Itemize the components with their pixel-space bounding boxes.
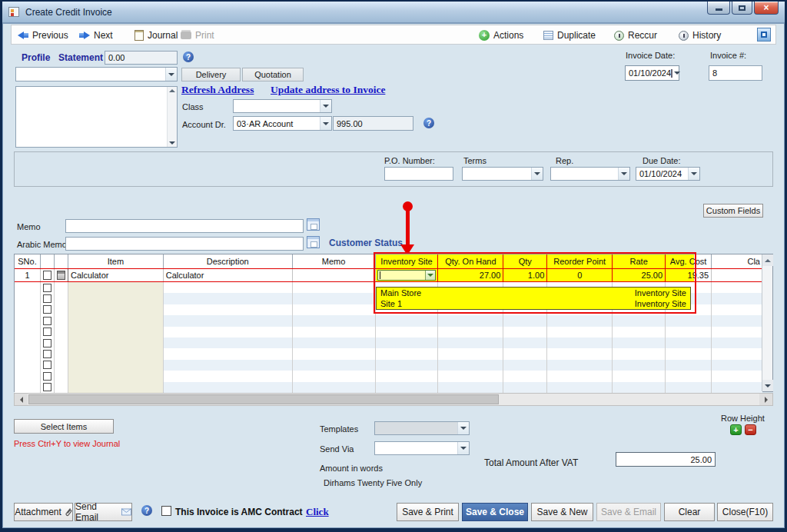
address-textarea[interactable] — [15, 86, 178, 148]
textarea-scrollbar[interactable] — [167, 87, 177, 147]
scroll-up-button[interactable] — [762, 254, 773, 266]
chevron-down-icon[interactable] — [425, 271, 435, 280]
po-number-field[interactable] — [384, 167, 453, 181]
toolbar-reccur-button[interactable]: Reccur — [614, 28, 657, 42]
save-arabic-memo-icon[interactable] — [307, 236, 320, 248]
row-height-increase-button[interactable]: + — [730, 424, 742, 435]
class-combobox[interactable] — [233, 99, 332, 113]
profile-link[interactable]: Profile — [22, 52, 50, 63]
toolbar-actions-button[interactable]: + Actions — [479, 28, 523, 42]
toolbar-history-button[interactable]: History — [679, 28, 721, 42]
chevron-down-icon[interactable] — [688, 168, 699, 180]
arabic-memo-field[interactable] — [65, 237, 304, 251]
column-header-sno[interactable]: SNo. — [15, 254, 41, 268]
row-checkbox[interactable] — [43, 317, 51, 325]
row-checkbox[interactable] — [43, 305, 51, 314]
row-checkbox[interactable] — [43, 383, 51, 391]
dropdown-option-site-1[interactable]: Site 1 Inventory Site — [377, 298, 690, 309]
table-row[interactable] — [15, 371, 762, 381]
row1-description[interactable]: Calculator — [164, 269, 293, 281]
grid-horizontal-scrollbar[interactable] — [14, 393, 773, 406]
scroll-down-icon[interactable] — [169, 141, 175, 145]
close-f10-button[interactable]: Close(F10) — [717, 503, 773, 521]
attachment-button[interactable]: Attachment — [14, 503, 73, 521]
invoice-number-field[interactable]: 8 — [709, 65, 762, 81]
row-checkbox[interactable] — [43, 350, 51, 358]
chevron-down-icon[interactable] — [457, 422, 469, 434]
grid-row-1[interactable]: 1 Calculator Calculator 27.00 1.00 0 25.… — [15, 268, 762, 282]
row-checkbox[interactable] — [43, 361, 51, 369]
amc-contract-checkbox[interactable] — [161, 506, 171, 516]
rep-combobox[interactable] — [550, 167, 630, 181]
save-and-close-button[interactable]: Save & Close — [462, 503, 528, 521]
chevron-down-icon[interactable] — [618, 168, 629, 180]
column-header-memo[interactable]: Memo — [293, 254, 376, 268]
row1-qty-on-hand[interactable]: 27.00 — [438, 269, 503, 281]
memo-field[interactable] — [65, 219, 304, 233]
save-memo-icon[interactable] — [307, 218, 320, 231]
templates-combobox[interactable] — [374, 421, 470, 435]
row1-memo[interactable] — [293, 269, 376, 281]
chevron-down-icon[interactable] — [165, 68, 177, 81]
row1-qty[interactable]: 1.00 — [503, 269, 547, 281]
maximize-button[interactable] — [732, 2, 752, 15]
column-header-icon[interactable] — [55, 254, 68, 268]
minimize-button[interactable] — [707, 2, 730, 15]
select-items-button[interactable]: Select Items — [14, 419, 114, 434]
toolbar-duplicate-button[interactable]: Duplicate — [543, 28, 596, 42]
customer-combobox[interactable] — [15, 67, 178, 81]
column-header-qty-on-hand[interactable]: Qty. On Hand — [438, 254, 503, 268]
row1-inventory-site-cell[interactable] — [376, 269, 439, 281]
row1-avg-cost[interactable]: 19.35 — [666, 269, 712, 281]
update-address-link[interactable]: Update address to Invoice — [271, 84, 385, 96]
chevron-down-icon[interactable] — [320, 100, 331, 112]
chevron-down-icon[interactable] — [674, 71, 680, 75]
row1-item[interactable]: Calculator — [68, 269, 164, 281]
custom-fields-button[interactable]: Custom Fields — [703, 204, 763, 218]
terms-combobox[interactable] — [462, 167, 543, 181]
chevron-down-icon[interactable] — [531, 168, 543, 180]
clear-button[interactable]: Clear — [664, 503, 715, 521]
row1-reorder-point[interactable]: 0 — [547, 269, 613, 281]
row-checkbox[interactable] — [43, 284, 51, 292]
send-email-button[interactable]: Send Email — [75, 503, 132, 521]
refresh-address-link[interactable]: Refresh Address — [181, 84, 254, 96]
toolbar-previous-button[interactable]: Previous — [18, 28, 68, 42]
chevron-down-icon[interactable] — [457, 442, 469, 454]
table-row[interactable] — [15, 327, 762, 337]
column-header-checkbox[interactable] — [41, 254, 55, 268]
column-header-item[interactable]: Item — [68, 254, 164, 268]
table-row[interactable] — [15, 360, 762, 371]
help-icon[interactable]: ? — [183, 52, 194, 62]
column-header-class[interactable]: Cla — [712, 254, 762, 268]
column-header-inventory-site[interactable]: Inventory Site — [376, 254, 439, 268]
inventory-site-combobox[interactable] — [377, 270, 437, 281]
click-link[interactable]: Click — [306, 506, 329, 518]
invoice-date-field[interactable]: 01/10/2024 — [625, 65, 679, 81]
column-header-reorder-point[interactable]: Reorder Point — [547, 254, 613, 268]
row-checkbox[interactable] — [43, 294, 51, 303]
toolbar-next-button[interactable]: Next — [79, 28, 113, 42]
row1-item-icon-cell[interactable] — [55, 269, 68, 281]
statement-link[interactable]: Statement — [58, 52, 103, 63]
delivery-button[interactable]: Delivery — [181, 68, 241, 81]
chevron-down-icon[interactable] — [320, 117, 331, 130]
row-height-decrease-button[interactable]: − — [745, 424, 756, 435]
row-checkbox[interactable] — [43, 372, 51, 381]
help-icon[interactable]: ? — [141, 505, 152, 516]
row-checkbox[interactable] — [43, 328, 51, 336]
column-header-rate[interactable]: Rate — [613, 254, 666, 268]
scroll-down-button[interactable] — [762, 380, 773, 391]
help-icon[interactable]: ? — [423, 118, 434, 128]
row1-rate[interactable]: 25.00 — [613, 269, 666, 281]
expand-window-icon[interactable] — [757, 28, 771, 42]
table-row[interactable] — [15, 382, 762, 393]
column-header-description[interactable]: Description — [164, 254, 293, 268]
column-header-avg-cost[interactable]: Avg. Cost — [666, 254, 712, 268]
table-row[interactable] — [15, 315, 762, 326]
scrollbar-thumb[interactable] — [28, 394, 499, 404]
scroll-left-button[interactable] — [15, 394, 28, 405]
grid-vertical-scrollbar[interactable] — [762, 254, 772, 391]
column-header-qty[interactable]: Qty — [503, 254, 547, 268]
row1-checkbox-cell[interactable] — [41, 269, 55, 281]
